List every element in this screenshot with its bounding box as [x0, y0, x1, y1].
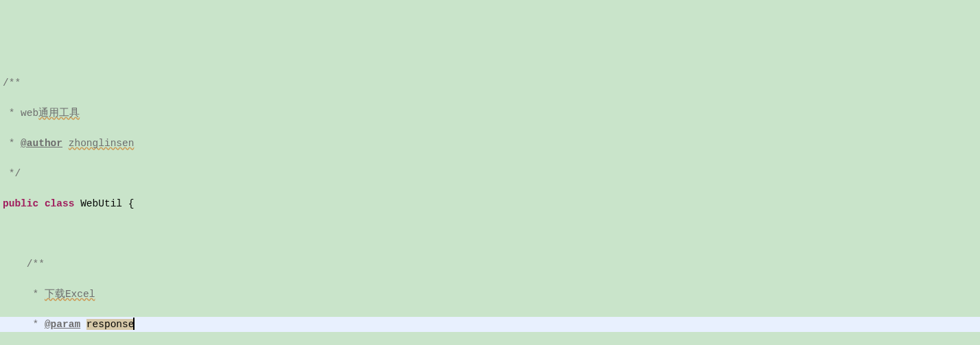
javadoc-param-tag: @param — [45, 319, 80, 330]
spellcheck-span: 通用工具 — [38, 108, 80, 119]
javadoc-text: * @param — [3, 319, 86, 330]
code-line-current[interactable]: * @param response — [0, 317, 980, 332]
javadoc-text: * @author zhonglinsen — [3, 138, 134, 149]
code-line[interactable] — [0, 226, 980, 241]
keyword-public: public — [3, 198, 38, 209]
javadoc-start: /** — [3, 78, 21, 88]
code-line[interactable]: /** — [0, 257, 980, 272]
class-name: WebUtil — [80, 198, 122, 209]
javadoc-text: * web通用工具 — [3, 108, 80, 119]
code-editor[interactable]: /** * web通用工具 * @author zhonglinsen */ p… — [0, 60, 980, 345]
javadoc-text: * 下载Excel — [3, 289, 95, 300]
code-line[interactable]: */ — [0, 166, 980, 181]
param-response-highlight: response — [86, 319, 135, 330]
author-name: zhonglinsen — [69, 138, 135, 149]
javadoc-start: /** — [3, 259, 45, 270]
brace: { — [122, 198, 134, 209]
keyword-class: class — [45, 198, 75, 209]
code-line[interactable]: * 下载Excel — [0, 287, 980, 302]
javadoc-end: */ — [3, 168, 21, 179]
code-line[interactable]: * @author zhonglinsen — [0, 136, 980, 151]
text-caret — [133, 318, 135, 330]
code-line[interactable]: * web通用工具 — [0, 106, 980, 121]
spellcheck-span: 下载Excel — [45, 289, 95, 300]
code-line[interactable]: /** — [0, 75, 980, 91]
javadoc-author-tag: @author — [21, 138, 62, 149]
code-line[interactable]: public class WebUtil { — [0, 196, 980, 211]
